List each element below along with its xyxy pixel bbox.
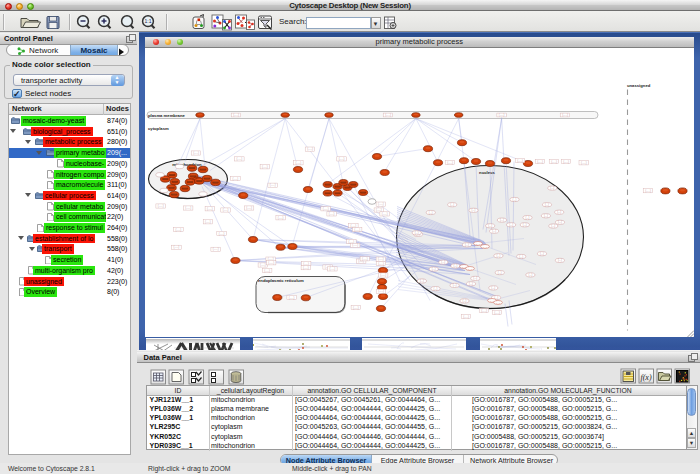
svg-text:unassigned: unassigned: [627, 82, 651, 87]
svg-text:(.....): (.....): [270, 183, 276, 187]
svg-text:(.....): (.....): [339, 157, 345, 161]
svg-text:(.....): (.....): [563, 159, 569, 163]
svg-text:(...): (...): [492, 229, 496, 233]
svg-text:(.....): (.....): [378, 261, 384, 265]
svg-text:(...): (...): [453, 263, 457, 267]
svg-text:(.....): (.....): [354, 227, 360, 231]
svg-text:(.....): (.....): [517, 158, 523, 162]
svg-text:(...): (...): [550, 186, 554, 190]
svg-text:plasma membrane: plasma membrane: [148, 113, 185, 118]
svg-text:(...): (...): [528, 272, 532, 276]
svg-text:(...): (...): [540, 251, 544, 255]
svg-text:(...): (...): [500, 218, 504, 222]
svg-text:(...): (...): [468, 267, 472, 270]
svg-text:(.....): (.....): [378, 289, 384, 293]
svg-text:(...): (...): [429, 210, 433, 214]
svg-text:(...): (...): [476, 242, 480, 245]
svg-text:(.....): (.....): [278, 215, 284, 219]
svg-text:(.....): (.....): [352, 243, 358, 247]
svg-text:(.....): (.....): [268, 260, 274, 264]
svg-text:(.....): (.....): [581, 160, 587, 164]
svg-text:(.....): (.....): [562, 113, 568, 117]
svg-text:(...): (...): [558, 258, 562, 262]
svg-text:(...): (...): [509, 222, 513, 226]
svg-text:(.....): (.....): [185, 206, 191, 210]
svg-text:(...): (...): [465, 242, 469, 246]
svg-text:(.....): (.....): [353, 305, 359, 309]
svg-text:(...): (...): [441, 260, 445, 264]
svg-text:(...): (...): [519, 254, 523, 258]
svg-text:(...): (...): [453, 283, 457, 287]
svg-text:(...): (...): [472, 208, 476, 212]
svg-text:(.....): (.....): [295, 160, 301, 164]
svg-text:(...): (...): [551, 224, 555, 228]
svg-text:(.....): (.....): [233, 176, 239, 180]
svg-text:(.....): (.....): [645, 188, 651, 192]
svg-text:(.....): (.....): [264, 268, 270, 272]
svg-text:(.....): (.....): [219, 231, 225, 235]
svg-text:(.....): (.....): [193, 151, 199, 155]
svg-text:(...): (...): [415, 230, 419, 234]
svg-text:(.....): (.....): [158, 204, 164, 208]
svg-text:(.....): (.....): [494, 310, 500, 314]
svg-text:(...): (...): [496, 253, 500, 257]
svg-text:(...): (...): [558, 220, 562, 224]
svg-text:(...): (...): [498, 270, 502, 274]
svg-text:cytoplasm: cytoplasm: [148, 125, 169, 130]
svg-text:(.....): (.....): [329, 267, 335, 271]
svg-text:(.....): (.....): [207, 206, 213, 210]
svg-text:(...): (...): [434, 286, 438, 290]
svg-text:(...): (...): [483, 245, 487, 248]
svg-text:(.....): (.....): [307, 147, 313, 151]
svg-text:(.....): (.....): [378, 257, 384, 261]
svg-text:(...): (...): [450, 202, 454, 206]
svg-text:(.....): (.....): [174, 245, 180, 249]
svg-text:(.....): (.....): [323, 206, 329, 210]
svg-text:(...): (...): [469, 281, 473, 285]
svg-text:(...): (...): [473, 276, 477, 280]
svg-text:(.....): (.....): [262, 164, 268, 168]
svg-text:(.....): (.....): [499, 113, 505, 117]
svg-text:(.....): (.....): [447, 160, 453, 164]
svg-text:(.....): (.....): [385, 113, 391, 117]
svg-text:(.....): (.....): [289, 295, 295, 299]
svg-text:1:1: 1:1: [145, 18, 152, 24]
svg-text:(.....): (.....): [329, 212, 335, 216]
svg-text:(...): (...): [513, 197, 517, 201]
svg-text:(.....): (.....): [236, 157, 242, 161]
svg-text:(...): (...): [463, 298, 467, 302]
svg-text:(...): (...): [488, 223, 492, 227]
svg-text:(.....): (.....): [213, 247, 219, 251]
svg-text:(.....): (.....): [176, 227, 182, 231]
svg-text:(.....): (.....): [205, 219, 211, 223]
svg-text:(...): (...): [557, 210, 561, 214]
svg-text:(.....): (.....): [537, 159, 543, 163]
svg-text:f(x): f(x): [640, 373, 651, 382]
svg-text:(.....): (.....): [378, 202, 384, 206]
svg-text:(.....): (.....): [551, 159, 557, 163]
svg-text:(.....): (.....): [233, 113, 239, 117]
svg-text:(.....): (.....): [380, 273, 386, 277]
svg-text:(...): (...): [496, 301, 500, 304]
svg-text:(.....): (.....): [481, 308, 487, 312]
svg-text:(...): (...): [420, 279, 424, 283]
svg-text:(.....): (.....): [463, 314, 469, 318]
svg-text:(.....): (.....): [260, 263, 266, 267]
svg-text:(.....): (.....): [246, 206, 252, 210]
svg-text:(...): (...): [432, 267, 436, 271]
svg-text:(...): (...): [545, 202, 549, 206]
svg-text:(...): (...): [523, 222, 527, 226]
svg-text:(...): (...): [491, 285, 495, 289]
svg-text:(.....): (.....): [382, 212, 388, 216]
svg-text:(...): (...): [544, 213, 548, 217]
svg-text:(.....): (.....): [362, 256, 368, 260]
svg-text:(...): (...): [526, 215, 530, 219]
svg-text:(.....): (.....): [223, 208, 229, 212]
svg-text:endoplasmic reticulum: endoplasmic reticulum: [258, 278, 304, 283]
svg-text:(.....): (.....): [303, 265, 309, 269]
